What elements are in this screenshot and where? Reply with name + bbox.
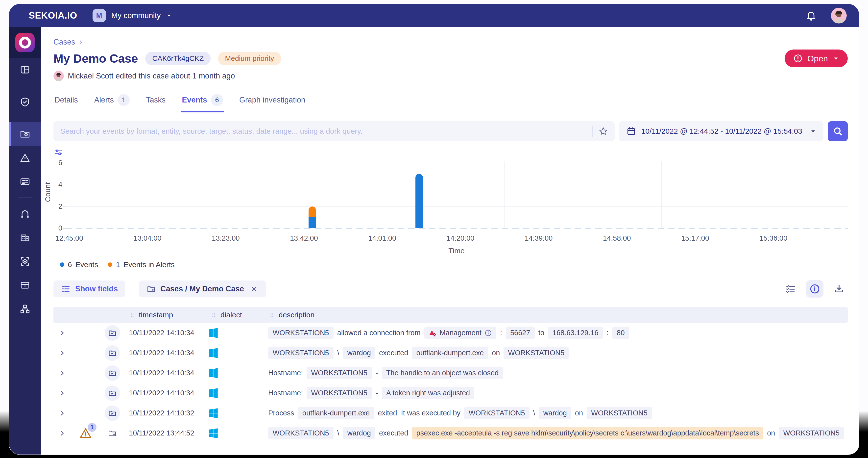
drag-handle-icon[interactable] <box>211 312 217 318</box>
expand-row-button[interactable] <box>54 409 71 417</box>
community-switcher[interactable]: M My community <box>93 9 172 22</box>
select-events-button[interactable] <box>782 280 799 297</box>
chart-plot-area: 0246 <box>65 160 848 229</box>
tab-graph-investigation[interactable]: Graph investigation <box>238 91 306 112</box>
drag-handle-icon[interactable] <box>269 312 275 318</box>
case-folder-badge[interactable] <box>105 405 120 421</box>
case-folder-badge[interactable] <box>105 325 120 341</box>
value-chip[interactable]: WORKSTATION5 <box>464 407 529 419</box>
chart-bar[interactable] <box>309 206 316 228</box>
tab-details[interactable]: Details <box>54 91 79 112</box>
sidebar-item-playbooks[interactable] <box>9 202 41 226</box>
app-logo[interactable] <box>9 27 41 58</box>
expand-chevron-icon <box>58 430 66 437</box>
table-row[interactable]: 10/11/2022 14:10:34 Hostname:WORKSTATION… <box>54 383 848 403</box>
chart-x-axis-label: Time <box>65 247 848 255</box>
star-icon[interactable] <box>598 126 608 136</box>
value-chip[interactable]: A token right was adjusted <box>382 387 474 399</box>
tab-events[interactable]: Events6 <box>181 91 224 112</box>
folder-plus-icon[interactable] <box>107 429 117 438</box>
sidebar-item-cases[interactable] <box>9 122 41 146</box>
value-chip[interactable]: outflank-dumpert.exe <box>412 347 488 359</box>
value-chip[interactable]: WORKSTATION5 <box>587 407 652 419</box>
chart-bar-segment[interactable] <box>309 206 316 217</box>
user-avatar[interactable] <box>831 8 847 24</box>
description-text: : <box>500 329 502 337</box>
value-chip[interactable]: WORKSTATION5 <box>307 367 372 379</box>
breadcrumb[interactable]: Cases <box>54 38 848 47</box>
notifications-bell-icon[interactable] <box>805 10 817 22</box>
value-chip[interactable]: 56627 <box>506 326 535 339</box>
show-fields-button[interactable]: Show fields <box>54 281 125 297</box>
case-filter-chip[interactable]: Cases / My Demo Case <box>139 281 266 297</box>
date-range-picker[interactable]: 10/11/2022 @ 12:44:52 - 10/11/2022 @ 15:… <box>619 121 824 141</box>
table-row[interactable]: 10/11/2022 14:10:32 Processoutflank-dump… <box>54 403 848 423</box>
description-cell: Hostname:WORKSTATION5-A token right was … <box>264 387 848 399</box>
chart-bar-segment[interactable] <box>415 174 423 228</box>
case-folder-badge[interactable] <box>105 385 120 401</box>
close-icon[interactable] <box>250 285 258 293</box>
chart-bar[interactable] <box>415 174 423 228</box>
community-label: My community <box>111 11 161 20</box>
legend-label: Events <box>75 260 98 269</box>
expand-row-button[interactable] <box>54 329 71 337</box>
sidebar-item-archive[interactable] <box>9 273 41 297</box>
magnifier-icon <box>833 126 843 136</box>
column-header-description[interactable]: description <box>264 311 848 319</box>
chart-settings-icon[interactable] <box>54 147 63 158</box>
sidebar <box>9 27 41 455</box>
tab-tasks[interactable]: Tasks <box>145 91 166 112</box>
value-chip[interactable]: WORKSTATION5 <box>268 347 334 359</box>
value-chip[interactable]: WORKSTATION5 <box>503 347 569 359</box>
brand-logo[interactable]: SEKOIA.IO <box>29 10 77 21</box>
sidebar-item-community[interactable] <box>9 226 41 250</box>
value-chip[interactable]: outflank-dumpert.exe <box>298 407 374 419</box>
value-chip[interactable]: wardog <box>343 427 375 439</box>
sidebar-item-intelligence[interactable] <box>9 90 41 114</box>
tab-alerts[interactable]: Alerts1 <box>93 91 131 112</box>
chart-y-tick-mark <box>63 185 66 185</box>
table-row[interactable]: 10/11/2022 14:10:34 WORKSTATION5\wardoge… <box>54 343 848 363</box>
table-row[interactable]: 10/11/2022 14:10:34 WORKSTATION5allowed … <box>54 323 848 343</box>
sidebar-item-dashboard[interactable] <box>9 58 41 82</box>
description-text: : <box>607 329 609 337</box>
table-row[interactable]: 10/11/2022 14:10:34 Hostname:WORKSTATION… <box>54 363 848 383</box>
expand-row-button[interactable] <box>54 430 71 437</box>
value-chip[interactable]: WORKSTATION5 <box>307 387 372 399</box>
value-chip[interactable]: WORKSTATION5 <box>268 326 334 339</box>
legend-item: 6 Events <box>60 260 98 269</box>
value-chip[interactable]: WORKSTATION5 <box>779 427 844 439</box>
sidebar-item-alerts[interactable] <box>9 146 41 170</box>
search-submit-button[interactable] <box>828 121 848 141</box>
event-details-button[interactable] <box>806 280 824 297</box>
column-header-dialect[interactable]: dialect <box>206 311 264 319</box>
expand-row-button[interactable] <box>54 369 71 377</box>
download-button[interactable] <box>830 280 848 297</box>
value-chip[interactable]: The handle to an object was closed <box>382 367 503 379</box>
chart-bar-segment[interactable] <box>309 217 316 228</box>
drag-handle-icon[interactable] <box>129 312 135 318</box>
case-folder-badge[interactable] <box>105 345 120 361</box>
breadcrumb-cases[interactable]: Cases <box>54 38 75 47</box>
value-chip[interactable]: wardog <box>539 407 571 419</box>
sidebar-item-sandbox[interactable] <box>9 250 41 273</box>
entity-chip[interactable]: Management <box>424 326 496 339</box>
sidebar-item-organization[interactable] <box>9 297 41 321</box>
case-status-button[interactable]: Open <box>785 50 848 67</box>
value-chip[interactable]: WORKSTATION5 <box>268 427 334 439</box>
value-chip[interactable]: 168.63.129.16 <box>548 326 603 339</box>
highlighted-value-chip[interactable]: psexec.exe -accepteula -s reg save hklm\… <box>412 427 764 439</box>
alert-indicator[interactable]: 1 <box>79 427 92 440</box>
column-header-timestamp[interactable]: timestamp <box>124 311 206 319</box>
timestamp-cell: 10/11/2022 13:44:52 <box>124 429 206 437</box>
table-row[interactable]: 1 10/11/2022 13:44:52 WORKSTATION5\wardo… <box>54 423 848 443</box>
case-folder-badge[interactable] <box>105 365 120 381</box>
value-chip[interactable]: wardog <box>343 347 375 359</box>
value-chip[interactable]: 80 <box>612 326 629 339</box>
sidebar-item-reports[interactable] <box>9 170 41 194</box>
expand-row-button[interactable] <box>54 390 71 397</box>
expand-row-button[interactable] <box>54 349 71 357</box>
sidebar-divider <box>18 198 32 198</box>
info-icon[interactable] <box>485 329 492 337</box>
search-input[interactable] <box>60 127 587 136</box>
